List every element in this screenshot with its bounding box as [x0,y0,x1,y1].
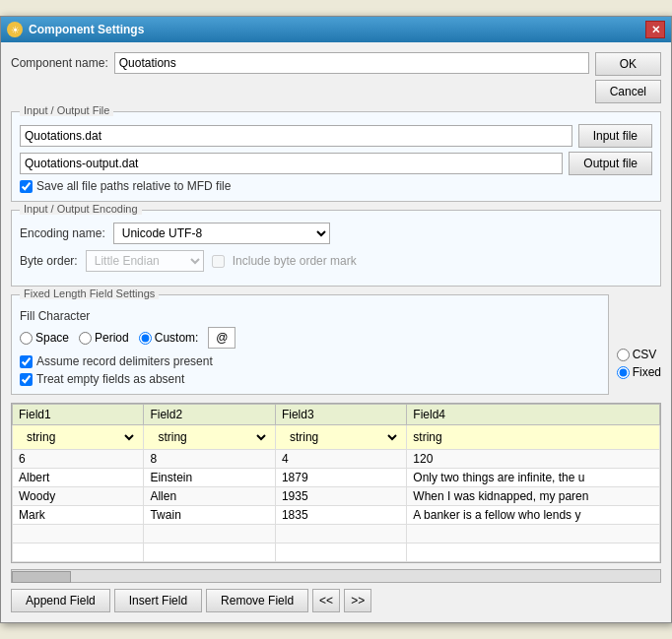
horizontal-scrollbar[interactable] [11,569,661,583]
fill-custom-radio[interactable] [139,332,152,345]
encoding-title: Input / Output Encoding [20,203,142,215]
format-radio-pane: CSV Fixed [617,294,661,403]
assume-delimiters-checkbox[interactable] [20,355,33,368]
io-file-section: Input / Output File Input file Output fi… [11,111,661,202]
col-header-field4: Field4 [407,405,660,425]
type-cell-4: string [407,425,660,450]
io-file-content: Input file Output file Save all file pat… [20,124,652,193]
type-cell-3: stringintegerfloat [275,425,406,450]
append-field-button[interactable]: Append Field [11,589,110,612]
cell-1-2: 1935 [275,487,406,506]
fixed-radio[interactable] [617,366,630,379]
cell-2-1: Twain [144,506,275,525]
cell-0-0: Albert [13,469,144,487]
cell-1-0: Woody [13,487,144,506]
input-file-path[interactable] [20,125,572,147]
type-select-3[interactable]: stringintegerfloat [282,427,400,447]
csv-radio-label: CSV [617,348,661,361]
cell-0-1: Einstein [144,469,275,487]
title-bar-left: ☀ Component Settings [7,22,144,37]
width-cell-4: 120 [407,450,660,469]
fill-char-row: Space Period Custom: [20,327,600,349]
cell-0-2: 1879 [275,469,406,487]
encoding-content: Encoding name: Unicode UTF-8 ASCII UTF-1… [20,223,652,272]
fixed-radio-label: Fixed [617,365,661,379]
output-file-button[interactable]: Output file [569,152,652,175]
window-title: Component Settings [29,23,144,36]
cell-2-2: 1835 [275,506,406,525]
cell-2-3: A banker is a fellow who lends y [407,506,660,525]
ok-button[interactable]: OK [595,52,661,76]
fill-period-radio[interactable] [79,332,92,345]
save-relative-row: Save all file paths relative to MFD file [20,179,652,193]
treat-empty-checkbox[interactable] [20,373,33,386]
csv-radio[interactable] [617,349,630,361]
type-select-1[interactable]: stringintegerfloat [19,427,137,447]
type-select-2[interactable]: stringintegerfloat [150,427,268,447]
title-bar: ☀ Component Settings ✕ [1,17,671,42]
fill-space-label: Space [20,331,69,345]
output-file-path[interactable] [20,153,563,174]
encoding-select[interactable]: Unicode UTF-8 ASCII UTF-16 ISO-8859-1 [113,223,330,244]
fixed-content: Fill Character Space Period [20,309,600,386]
remove-field-button[interactable]: Remove Field [206,589,308,612]
close-button[interactable]: ✕ [645,21,665,38]
table-row: Woody Allen 1935 When I was kidnapped, m… [13,487,660,506]
table-type-row: stringintegerfloat stringintegerfloat st… [13,425,660,450]
ok-cancel-buttons: OK Cancel [595,52,661,103]
fixed-title: Fixed Length Field Settings [20,288,159,299]
cell-2-0: Mark [13,506,144,525]
cell-1-3: When I was kidnapped, my paren [407,487,660,506]
empty-row-1 [13,525,660,543]
next-button[interactable]: >> [344,589,371,612]
col-header-field2: Field2 [144,405,275,425]
prev-button[interactable]: << [312,589,340,612]
scrollbar-thumb[interactable] [12,571,71,583]
fixed-section: Fixed Length Field Settings Fill Charact… [11,294,609,395]
fixed-section-pane: Fixed Length Field Settings Fill Charact… [11,294,609,403]
save-relative-checkbox[interactable] [20,180,33,193]
assume-delimiters-label: Assume record delimiters present [36,354,213,368]
byte-order-select[interactable]: Little Endian Big Endian [86,250,204,272]
width-cell-3: 4 [275,450,406,469]
fill-period-label: Period [79,331,129,345]
table-row: Albert Einstein 1879 Only two things are… [13,469,660,487]
width-cell-2: 8 [144,450,275,469]
fixed-layout: Fixed Length Field Settings Fill Charact… [11,294,661,403]
component-name-label: Component name: [11,56,108,70]
output-file-row: Output file [20,152,652,175]
encoding-section: Input / Output Encoding Encoding name: U… [11,210,661,287]
empty-row-2 [13,543,660,562]
csv-fixed-group: CSV Fixed [617,348,661,379]
table-width-row: 6 8 4 120 [13,450,660,469]
encoding-name-label: Encoding name: [20,226,105,240]
fill-custom-input[interactable] [208,327,235,349]
assume-delimiters-row: Assume record delimiters present [20,354,600,368]
cancel-button[interactable]: Cancel [595,80,661,103]
insert-field-button[interactable]: Insert Field [114,589,202,612]
treat-empty-label: Treat empty fields as absent [36,372,184,386]
fill-space-radio[interactable] [20,332,33,345]
content-area: Component name: OK Cancel Input / Output… [1,42,671,622]
byte-order-label: Byte order: [20,254,78,268]
fill-char-label: Fill Character [20,309,90,323]
type-cell-1: stringintegerfloat [13,425,144,450]
type-label-4: string [413,430,441,444]
save-relative-label: Save all file paths relative to MFD file [36,179,231,193]
component-settings-window: ☀ Component Settings ✕ Component name: O… [0,16,672,623]
table-header-row: Field1 Field2 Field3 Field4 [13,405,660,425]
table-row: Mark Twain 1835 A banker is a fellow who… [13,506,660,525]
cell-0-3: Only two things are infinite, the u [407,469,660,487]
input-file-button[interactable]: Input file [578,124,652,148]
bottom-button-row: Append Field Insert Field Remove Field <… [11,589,661,612]
data-table-container: Field1 Field2 Field3 Field4 stringintege… [11,403,661,563]
type-cell-2: stringintegerfloat [144,425,275,450]
component-name-input[interactable] [114,52,589,74]
include-bom-checkbox[interactable] [212,255,225,268]
encoding-name-row: Encoding name: Unicode UTF-8 ASCII UTF-1… [20,223,652,244]
width-cell-1: 6 [13,450,144,469]
byte-order-row: Byte order: Little Endian Big Endian Inc… [20,250,652,272]
input-file-row: Input file [20,124,652,148]
component-name-area: Component name: [11,52,589,82]
header-row: Component name: OK Cancel [11,52,661,103]
